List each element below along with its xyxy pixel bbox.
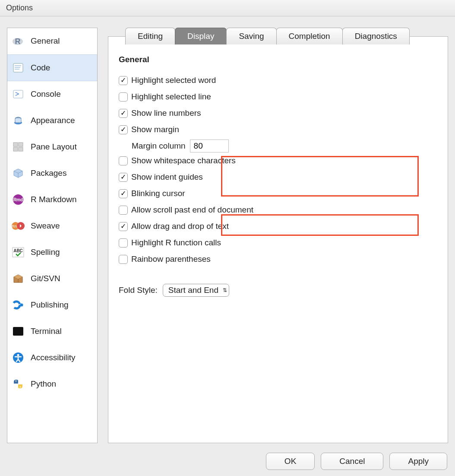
checkbox-indent-guides[interactable]: [119, 173, 128, 182]
section-heading-general: General: [119, 55, 437, 64]
svg-point-22: [20, 304, 23, 307]
sidebar-item-terminal[interactable]: Terminal: [7, 318, 97, 345]
option-label: Show whitespace characters: [131, 156, 236, 165]
tab-saving[interactable]: Saving: [226, 28, 276, 44]
rmarkdown-icon: Rmd: [12, 194, 25, 206]
package-cube-icon: [12, 167, 25, 179]
checkbox-whitespace[interactable]: [119, 156, 128, 165]
tab-label: Completion: [289, 32, 330, 41]
svg-point-25: [17, 354, 19, 356]
option-label: Show line numbers: [131, 108, 201, 118]
option-show-margin[interactable]: Show margin: [119, 121, 437, 138]
sidebar-item-console[interactable]: > Console: [7, 81, 97, 108]
tab-label: Editing: [138, 32, 163, 41]
tab-bar: Editing Display Saving Completion Diagno…: [125, 28, 409, 44]
accessibility-icon: [12, 352, 25, 364]
option-label: Highlight selected word: [131, 76, 216, 85]
option-label: Allow drag and drop of text: [131, 222, 229, 231]
option-highlight-line[interactable]: Highlight selected line: [119, 89, 437, 105]
apply-button[interactable]: Apply: [389, 453, 447, 470]
svg-rect-23: [13, 327, 23, 336]
sidebar-item-label: Spelling: [31, 248, 60, 257]
annotation-highlight-indent-guides: [221, 214, 419, 236]
sidebar-item-label: Terminal: [31, 327, 62, 336]
option-highlight-word[interactable]: Highlight selected word: [119, 72, 437, 89]
option-label: Allow scroll past end of document: [131, 205, 253, 215]
fold-style-select[interactable]: Start and End: [163, 284, 229, 297]
svg-text:Rmd: Rmd: [13, 197, 23, 202]
sidebar-item-spelling[interactable]: ABC Spelling: [7, 239, 97, 266]
svg-rect-10: [13, 143, 18, 146]
svg-rect-11: [19, 143, 23, 146]
ok-button[interactable]: OK: [266, 453, 315, 470]
annotation-highlight-margin: [221, 156, 419, 197]
sidebar-item-code[interactable]: Code: [7, 54, 97, 81]
content-area: Editing Display Saving Completion Diagno…: [108, 28, 448, 443]
margin-column-label: Margin column: [132, 141, 186, 151]
sidebar-item-general[interactable]: R General: [7, 28, 97, 54]
sidebar-item-appearance[interactable]: Appearance: [7, 108, 97, 134]
spelling-icon: ABC: [12, 246, 25, 258]
sidebar-item-publishing[interactable]: Publishing: [7, 292, 97, 318]
sidebar-item-git-svn[interactable]: Git/SVN: [7, 266, 97, 292]
option-label: Blinking cursor: [131, 189, 185, 198]
sidebar-item-accessibility[interactable]: Accessibility: [7, 345, 97, 371]
terminal-icon: [12, 325, 25, 337]
sidebar-item-pane-layout[interactable]: Pane Layout: [7, 134, 97, 160]
sidebar-item-label: Sweave: [31, 221, 60, 231]
sidebar-item-label: Accessibility: [31, 353, 75, 362]
checkbox-line-numbers[interactable]: [119, 109, 128, 118]
button-label: Apply: [408, 457, 429, 466]
checkbox-blinking-cursor[interactable]: [119, 189, 128, 198]
fold-style-label: Fold Style:: [119, 286, 158, 295]
button-label: Cancel: [339, 457, 365, 466]
sidebar-item-label: Git/SVN: [31, 274, 60, 283]
tab-label: Saving: [239, 32, 264, 41]
sidebar-item-label: Console: [31, 89, 61, 99]
svg-rect-9: [15, 118, 21, 123]
sidebar-item-rmarkdown[interactable]: Rmd R Markdown: [7, 187, 97, 213]
tab-diagnostics[interactable]: Diagnostics: [342, 28, 410, 44]
sidebar-item-label: General: [31, 36, 60, 46]
fold-style-row: Fold Style: Start and End: [119, 284, 437, 297]
option-rainbow-parens[interactable]: Rainbow parentheses: [119, 251, 437, 267]
checkbox-scroll-past-end[interactable]: [119, 206, 128, 215]
option-line-numbers[interactable]: Show line numbers: [119, 105, 437, 121]
tab-editing[interactable]: Editing: [125, 28, 175, 44]
options-sidebar: R General Code > Console Appearance: [7, 28, 98, 443]
paint-bucket-icon: [12, 114, 25, 127]
checkbox-highlight-r-funcs[interactable]: [119, 238, 128, 248]
sidebar-item-label: Python: [31, 379, 56, 389]
svg-point-21: [13, 301, 20, 308]
sidebar-item-packages[interactable]: Packages: [7, 160, 97, 187]
button-label: OK: [284, 457, 296, 466]
sidebar-item-label: Appearance: [31, 116, 75, 125]
tab-label: Diagnostics: [355, 32, 397, 41]
console-icon: >: [12, 88, 25, 100]
margin-column-input[interactable]: [190, 140, 229, 152]
svg-text:>: >: [15, 90, 19, 98]
r-logo-icon: R: [12, 35, 25, 47]
svg-rect-2: [13, 63, 23, 72]
svg-text:ABC: ABC: [13, 248, 23, 253]
dialog-buttons: OK Cancel Apply: [266, 453, 447, 470]
window-titlebar: Options: [0, 0, 455, 16]
margin-column-row: Margin column: [119, 140, 437, 152]
tab-completion[interactable]: Completion: [276, 28, 343, 44]
panes-icon: [12, 141, 25, 153]
sidebar-item-python[interactable]: Python: [7, 371, 97, 397]
sidebar-item-sweave[interactable]: Rnw Sweave: [7, 213, 97, 239]
option-label: Highlight R function calls: [131, 238, 221, 248]
checkbox-rainbow-parens[interactable]: [119, 255, 128, 264]
code-doc-icon: [12, 62, 25, 74]
cancel-button[interactable]: Cancel: [321, 453, 383, 470]
fold-style-value: Start and End: [168, 286, 218, 295]
checkbox-highlight-line[interactable]: [119, 92, 128, 102]
tab-display[interactable]: Display: [175, 28, 227, 44]
box-icon: [12, 273, 25, 285]
checkbox-drag-drop[interactable]: [119, 222, 128, 231]
checkbox-show-margin[interactable]: [119, 125, 128, 134]
svg-rect-13: [19, 147, 23, 151]
checkbox-highlight-word[interactable]: [119, 76, 128, 85]
option-highlight-r-funcs[interactable]: Highlight R function calls: [119, 235, 437, 251]
